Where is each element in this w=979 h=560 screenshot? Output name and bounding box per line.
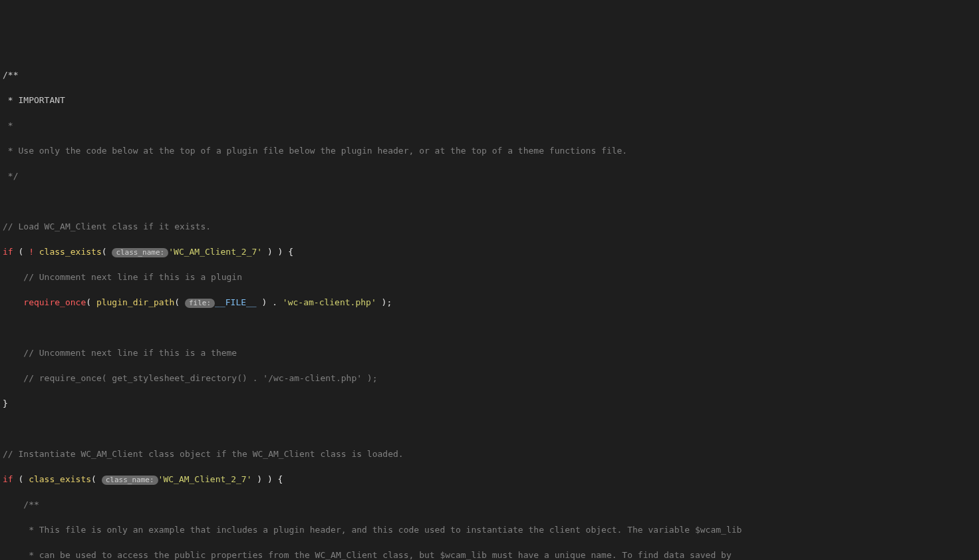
fn-class-exists: class_exists — [39, 247, 102, 257]
keyword-if: if — [3, 247, 13, 257]
paren-close: ) — [257, 297, 272, 307]
docblock-line: * Use only the code below at the top of … — [3, 146, 627, 156]
docblock-line: * This file is only an example that incl… — [3, 525, 742, 535]
paren: ( — [102, 247, 112, 257]
paren-close: ) ) { — [262, 247, 293, 257]
comment-line: // Uncomment next line if this is a them… — [3, 348, 237, 358]
const-file: __FILE__ — [215, 297, 257, 307]
paren: ( — [13, 474, 29, 484]
code-editor[interactable]: /** * IMPORTANT * * Use only the code be… — [0, 51, 979, 560]
docblock-line: * can be used to access the public prope… — [3, 550, 732, 560]
operator-dot: . — [272, 297, 283, 307]
fn-class-exists: class_exists — [29, 474, 91, 484]
operator-not: ! — [29, 247, 39, 257]
param-hint-classname: class_name: — [102, 476, 158, 485]
param-hint-classname: class_name: — [112, 248, 168, 257]
docblock-open: /** — [3, 499, 39, 509]
docblock-line: * — [3, 120, 13, 130]
docblock-important: * IMPORTANT — [3, 95, 65, 105]
docblock-close: */ — [3, 171, 18, 181]
paren: ( — [86, 297, 96, 307]
keyword-if: if — [3, 474, 13, 484]
semicolon: ); — [376, 297, 392, 307]
docblock-open: /** — [3, 70, 18, 80]
paren: ( — [91, 474, 102, 484]
comment-line: // require_once( get_stylesheet_director… — [3, 373, 378, 383]
paren-close: ) ) { — [251, 474, 283, 484]
comment-line: // Instantiate WC_AM_Client class object… — [3, 449, 404, 459]
comment-line: // Load WC_AM_Client class if it exists. — [3, 221, 211, 231]
brace-close: } — [3, 398, 8, 408]
indent — [3, 297, 23, 307]
paren: ( — [13, 247, 29, 257]
fn-plugin-dir-path: plugin_dir_path — [96, 297, 174, 307]
comment-line: // Uncomment next line if this is a plug… — [3, 272, 242, 282]
keyword-require: require_once — [23, 297, 86, 307]
string-literal: 'WC_AM_Client_2_7' — [158, 474, 252, 484]
string-literal: 'wc-am-client.php' — [283, 297, 376, 307]
param-hint-file: file: — [185, 299, 215, 308]
string-literal: 'WC_AM_Client_2_7' — [168, 247, 262, 257]
paren: ( — [174, 297, 185, 307]
